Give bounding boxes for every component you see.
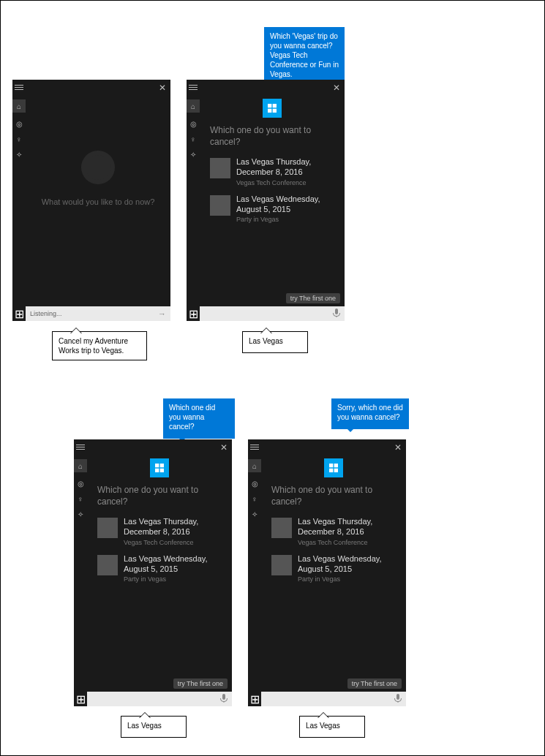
close-icon[interactable]: ✕ [333,83,340,93]
chat-icon[interactable]: ✧ [78,510,83,518]
sidebar: ⌂ ◎ ♀ ✧ [74,439,87,692]
option-title: Las Vegas Wednesday, August 5, 2015 [236,194,334,215]
bulb-icon[interactable]: ♀ [16,135,22,143]
cortana-spoken-bubble: Which one did you wanna cancel? [163,398,235,439]
bulb-icon[interactable]: ♀ [252,495,258,503]
option-thumbnail [210,158,230,178]
app-tile-icon [324,458,343,477]
user-utterance-callout: Las Vegas [242,331,308,353]
cortana-panel-disambiguation: ⌂ ◎ ♀ ✧ ✕ Which one do you want to cance… [187,80,345,321]
cortana-ring-icon [81,151,115,184]
camera-icon[interactable]: ◎ [78,480,84,488]
trip-option[interactable]: Las Vegas Wednesday, August 5, 2015 Part… [97,553,222,583]
option-thumbnail [271,518,292,538]
trip-option[interactable]: Las Vegas Thursday, December 8, 2016 Veg… [210,156,334,186]
camera-icon[interactable]: ◎ [190,120,197,128]
option-title: Las Vegas Thursday, December 8, 2016 [124,516,222,537]
disambiguation-prompt: Which one do you want to cancel? [97,485,222,507]
hamburger-icon[interactable] [250,442,259,452]
app-tile-icon [263,99,282,118]
home-icon[interactable]: ⌂ [12,99,26,113]
option-subtitle: Vegas Tech Conference [236,179,334,186]
option-subtitle: Party in Vegas [124,575,222,583]
home-icon[interactable]: ⌂ [187,99,200,113]
chat-icon[interactable]: ✧ [252,510,258,518]
option-title: Las Vegas Thursday, December 8, 2016 [298,516,396,537]
option-title: Las Vegas Wednesday, August 5, 2015 [298,553,396,575]
search-input[interactable] [261,692,406,706]
camera-icon[interactable]: ◎ [16,120,23,128]
trip-option[interactable]: Las Vegas Wednesday, August 5, 2015 Part… [210,194,334,224]
hamburger-icon[interactable] [76,442,85,452]
mic-icon[interactable] [394,694,402,704]
option-title: Las Vegas Thursday, December 8, 2016 [236,156,334,178]
voice-hint-chip: try The first one [173,678,228,689]
trip-option[interactable]: Las Vegas Thursday, December 8, 2016 Veg… [271,516,396,546]
search-placeholder: Listening... [30,310,158,317]
mic-icon[interactable] [220,694,228,704]
search-input[interactable] [87,692,232,706]
home-icon[interactable]: ⌂ [74,459,87,472]
sidebar: ⌂ ◎ ♀ ✧ [248,439,261,692]
user-utterance-callout: Cancel my Adventure Works trip to Vegas. [52,331,147,360]
cortana-panel-idle: ⌂ ◎ ♀ ✧ ✕ What would you like to do now?… [12,80,170,321]
disambiguation-prompt: Which one do you want to cancel? [210,125,334,148]
search-input[interactable] [200,306,345,321]
voice-hint-chip: try The first one [347,678,402,689]
cortana-spoken-bubble: Which 'Vegas' trip do you wanna cancel? … [264,27,345,86]
option-subtitle: Vegas Tech Conference [298,539,396,546]
option-title: Las Vegas Wednesday, August 5, 2015 [124,553,222,575]
option-thumbnail [97,518,118,538]
cortana-panel-disambiguation: ⌂ ◎ ♀ ✧ ✕ Which one do you want to cance… [74,439,232,706]
option-thumbnail [210,195,230,216]
user-utterance-callout: Las Vegas [299,716,365,738]
start-button[interactable]: ⊞ [74,692,87,706]
option-subtitle: Vegas Tech Conference [124,539,222,546]
disambiguation-prompt: Which one do you want to cancel? [271,485,396,507]
option-subtitle: Party in Vegas [236,216,334,223]
option-subtitle: Party in Vegas [298,575,396,583]
cortana-panel-disambiguation: ⌂ ◎ ♀ ✧ ✕ Which one do you want to cance… [248,439,406,706]
cortana-spoken-bubble: Sorry, which one did you wanna cancel? [331,398,409,429]
close-icon[interactable]: ✕ [394,442,402,453]
sidebar: ⌂ ◎ ♀ ✧ [187,80,200,306]
start-button[interactable]: ⊞ [12,306,26,321]
close-icon[interactable]: ✕ [159,83,166,93]
bulb-icon[interactable]: ♀ [190,135,196,143]
hamburger-icon[interactable] [189,83,198,92]
hamburger-icon[interactable] [15,83,23,92]
idle-prompt: What would you like to do now? [42,197,155,206]
mic-icon[interactable] [333,309,340,319]
chat-icon[interactable]: ✧ [190,151,196,159]
option-thumbnail [97,555,118,575]
start-button[interactable]: ⊞ [187,306,200,321]
start-button[interactable]: ⊞ [248,692,261,706]
trip-option[interactable]: Las Vegas Thursday, December 8, 2016 Veg… [97,516,222,546]
sidebar: ⌂ ◎ ♀ ✧ [12,80,26,306]
option-thumbnail [271,555,292,575]
home-icon[interactable]: ⌂ [248,459,261,472]
close-icon[interactable]: ✕ [220,442,228,453]
trip-option[interactable]: Las Vegas Wednesday, August 5, 2015 Part… [271,553,396,583]
user-utterance-callout: Las Vegas [121,716,187,738]
voice-hint-chip: try The first one [286,293,340,303]
camera-icon[interactable]: ◎ [252,480,258,488]
search-input[interactable]: Listening... → [26,306,170,321]
app-tile-icon [150,458,169,477]
submit-arrow-icon[interactable]: → [158,309,166,318]
chat-icon[interactable]: ✧ [16,151,22,159]
bulb-icon[interactable]: ♀ [78,495,83,503]
